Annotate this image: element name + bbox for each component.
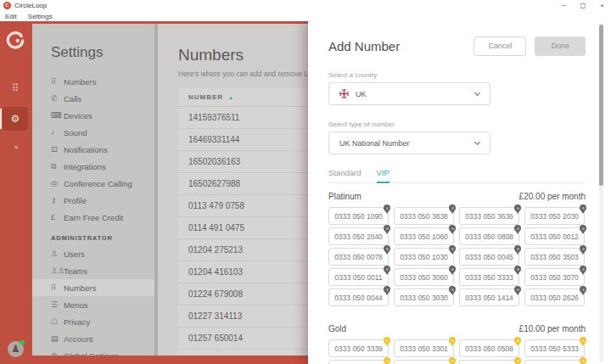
number-cell: 16469331144 [188, 135, 239, 144]
sidebar-item-menus[interactable]: ☰Menus [32, 296, 157, 313]
vip-number-button[interactable]: 0333 050 0011 [328, 268, 389, 286]
sidebar-item-global-settings[interactable]: ⊕Global Settings [32, 347, 157, 356]
vip-number-button[interactable]: 0333 050 3070 [524, 268, 585, 286]
sidebar-item-notifications[interactable]: ⊡Notifications [32, 141, 157, 158]
vip-number-button[interactable]: 0333 050 3339 [328, 339, 389, 357]
vip-number-button[interactable]: 0333 050 3503 [524, 248, 585, 266]
sidebar-item-numbers[interactable]: ⠿Numbers [32, 279, 157, 296]
vip-number-button[interactable]: 0333 050 0012 [524, 227, 585, 245]
number-tier-tabs: StandardVIP [328, 168, 586, 183]
number-type-select[interactable]: UK National Number [328, 132, 490, 154]
tab-standard[interactable]: Standard [328, 168, 362, 182]
country-select[interactable]: UK [328, 82, 490, 105]
table-header-number[interactable]: NUMBER ▲ [178, 88, 308, 107]
vip-sections: Platinum£20.00 per month0333 050 1090033… [328, 192, 586, 364]
vip-number-button[interactable]: 0333 050 0508 [459, 339, 519, 357]
notification-icon: ⊡ [51, 145, 64, 154]
table-row[interactable]: 16502036163 [178, 151, 308, 173]
table-row[interactable]: 01204 416103 [178, 261, 308, 283]
vip-number-button[interactable]: 0333 050 5333 [524, 339, 585, 357]
platinum-medal-icon [384, 266, 390, 272]
tier-section-gold: Gold£10.00 per month0333 050 33390333 05… [328, 324, 586, 364]
vip-number-button[interactable]: 0333 050 2626 [524, 288, 585, 306]
vip-number-button[interactable]: 0333 050 2040 [328, 227, 389, 245]
vip-number-button[interactable]: 0333 050 3636 [459, 207, 519, 225]
settings-rail-button[interactable]: ⚙ [0, 107, 31, 131]
page-title: Numbers [158, 24, 308, 70]
vip-number-button[interactable]: 0333 050 3030 [394, 288, 454, 306]
sidebar-item-earn-free-credit[interactable]: £Earn Free Credit [32, 209, 157, 226]
gold-medal-icon [580, 357, 586, 364]
sidebar-item-calls[interactable]: ✆Calls [32, 90, 157, 107]
apps-rail-button[interactable]: ◔ [0, 137, 31, 159]
table-row[interactable]: 0114 491 0475 [178, 217, 308, 239]
sidebar-item-sound[interactable]: ♪Sound [32, 124, 157, 141]
vip-number-button[interactable]: 0333 050 3332 [328, 360, 389, 364]
table-row[interactable]: 01224 679008 [178, 283, 308, 305]
close-button[interactable]: × [600, 0, 604, 11]
vip-number-button[interactable]: 0333 050 3300 [459, 360, 519, 364]
vip-number-button[interactable]: 0333 050 3333 [459, 268, 519, 286]
sidebar-item-teams[interactable]: ♙♙Teams [32, 262, 157, 279]
sidebar-item-account[interactable]: ▤Account [32, 330, 157, 347]
vip-number-button[interactable]: 0333 050 3301 [394, 339, 454, 357]
dialpad-rail-button[interactable]: ⠿ [0, 77, 31, 99]
done-button[interactable]: Done [535, 36, 586, 56]
platinum-medal-icon [514, 245, 521, 252]
minimize-button[interactable]: − [562, 0, 566, 11]
number-cell: 01257 650014 [188, 333, 243, 343]
icon-rail: ⠿ ⚙ ◔ ♟ [0, 21, 31, 364]
vip-number-button[interactable]: 0333 050 1090 [328, 207, 389, 225]
vip-number-button[interactable]: 0333 050 1030 [394, 248, 454, 266]
table-row[interactable]: 01257 650014 [178, 328, 308, 350]
sidebar-item-label: Global Settings [64, 351, 118, 356]
team-icon: ♙♙ [51, 266, 64, 275]
settings-title: Settings [32, 24, 157, 73]
vip-number-button[interactable]: 0333 050 0044 [328, 288, 389, 306]
table-row[interactable]: 0131 356 0753 [178, 350, 308, 356]
sidebar-item-integrations[interactable]: ⧉Integrations [32, 158, 157, 175]
vip-number-button[interactable]: 0333 050 1060 [394, 227, 454, 245]
table-row[interactable]: 01227 314113 [178, 305, 308, 328]
vip-number-button[interactable]: 0333 050 3060 [394, 268, 454, 286]
tier-header: Gold£10.00 per month [328, 324, 586, 333]
table-row[interactable]: 01204 275213 [178, 239, 308, 261]
platinum-medal-icon [580, 245, 586, 252]
maximize-button[interactable]: ◻ [580, 0, 586, 11]
vip-number-button[interactable]: 0333 050 1414 [459, 288, 519, 306]
modal-scrollbar-thumb[interactable] [599, 25, 603, 186]
gold-medal-icon [514, 337, 521, 344]
table-row[interactable]: 0113 479 0758 [178, 195, 308, 217]
vip-number-button[interactable]: 0333 050 3838 [394, 207, 454, 225]
table-row[interactable]: 16469331144 [178, 129, 308, 151]
menu-item-edit[interactable]: Edit [5, 13, 17, 20]
sidebar-item-users[interactable]: ♙Users [32, 245, 157, 262]
vip-number-button[interactable]: 0333 050 0808 [459, 227, 519, 245]
platinum-medal-icon [580, 225, 586, 232]
sidebar-item-numbers[interactable]: ⠿Numbers [32, 73, 157, 90]
table-row[interactable]: 14159376511 [178, 107, 308, 129]
sidebar-item-label: Sound [64, 128, 87, 137]
sidebar-item-label: Teams [64, 266, 87, 276]
administrator-section-header: ADMINISTRATOR [32, 226, 157, 245]
cancel-button[interactable]: Cancel [474, 36, 526, 56]
country-value: UK [356, 90, 367, 98]
vip-number-button[interactable]: 0333 050 0078 [328, 248, 389, 266]
vip-number-button[interactable]: 0333 050 2030 [524, 207, 585, 225]
chevron-down-icon [474, 89, 480, 95]
user-avatar[interactable]: ♟ [8, 341, 24, 357]
tab-vip[interactable]: VIP [377, 168, 390, 183]
table-row[interactable]: 16502627988 [178, 173, 308, 195]
menu-icon: ☰ [51, 300, 64, 309]
settings-nav-list: ⠿Numbers✆Calls⌨Devices♪Sound⊡Notificatio… [32, 73, 157, 226]
sidebar-item-profile[interactable]: ⚷Profile [32, 192, 157, 209]
sidebar-item-conference-calling[interactable]: ◎Conference Calling [32, 175, 157, 192]
sidebar-item-privacy[interactable]: ☖Privacy [32, 313, 157, 330]
gear-icon: ⚙ [11, 113, 20, 125]
vip-number-button[interactable]: 0333 050 3331 [524, 360, 585, 364]
vip-number-button[interactable]: 0333 050 3334 [394, 360, 454, 364]
menu-item-settings[interactable]: Settings [28, 13, 53, 20]
sidebar-item-devices[interactable]: ⌨Devices [32, 107, 157, 124]
vip-number-button[interactable]: 0333 050 0045 [459, 248, 519, 266]
sidebar-item-label: Notifications [64, 145, 108, 154]
